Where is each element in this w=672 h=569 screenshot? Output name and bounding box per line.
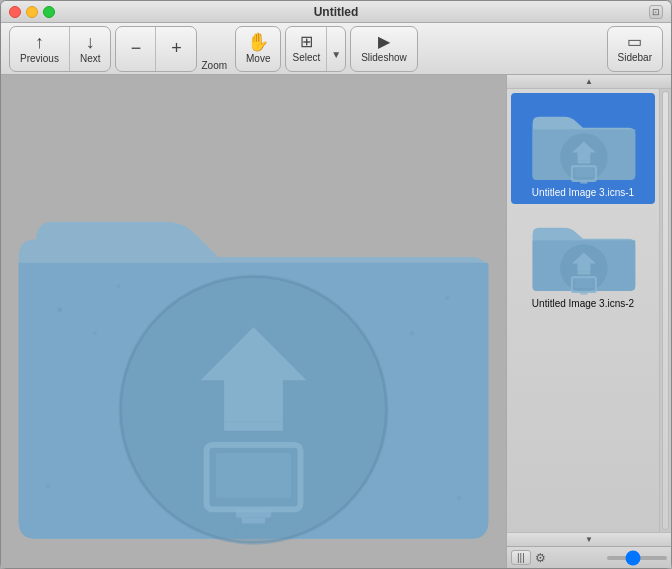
svg-rect-15 — [242, 518, 265, 524]
sidebar-list: Untitled Image 3.icns-1 — [507, 89, 659, 532]
svg-rect-20 — [575, 168, 593, 177]
zoom-out-button[interactable]: − — [116, 27, 156, 71]
titlebar: Untitled ⊡ — [1, 1, 671, 23]
scrollbar-thumb[interactable] — [662, 91, 669, 530]
slideshow-group: ▶ Slideshow — [350, 26, 418, 72]
svg-point-2 — [117, 285, 121, 289]
svg-rect-21 — [580, 181, 587, 184]
move-label: Move — [246, 53, 270, 64]
sidebar-item-2-label: Untitled Image 3.icns-2 — [532, 298, 634, 309]
svg-point-4 — [446, 296, 450, 300]
sidebar-bottom-bar: ||| ⚙ — [507, 546, 671, 568]
folder-thumbnail-2 — [528, 210, 638, 295]
sidebar-label: Sidebar — [618, 52, 652, 63]
move-button[interactable]: ✋ Move — [236, 27, 280, 71]
svg-point-3 — [410, 331, 415, 336]
sidebar-columns-button[interactable]: ||| — [511, 550, 531, 565]
chevron-down-icon: ▼ — [331, 49, 341, 60]
sidebar-button[interactable]: ▭ Sidebar — [608, 27, 662, 71]
arrow-down-icon: ↓ — [86, 33, 95, 51]
svg-rect-14 — [236, 509, 271, 517]
folder-thumbnail-1 — [528, 99, 638, 184]
scroll-down-button[interactable]: ▼ — [507, 532, 671, 546]
traffic-lights — [9, 6, 55, 18]
main-area: ▲ — [1, 75, 671, 568]
svg-rect-13 — [216, 453, 291, 498]
move-group: ✋ Move — [235, 26, 281, 72]
sidebar-group: ▭ Sidebar — [607, 26, 663, 72]
next-label: Next — [80, 53, 101, 64]
play-icon: ▶ — [378, 34, 390, 50]
select-group: ⊞ Select ▼ — [285, 26, 346, 72]
sidebar-icon: ▭ — [627, 34, 642, 50]
select-label: Select — [292, 52, 320, 63]
resize-button[interactable]: ⊡ — [649, 5, 663, 19]
close-button[interactable] — [9, 6, 21, 18]
folder-preview-image — [1, 75, 506, 568]
zoom-slider[interactable] — [607, 556, 667, 560]
preview-area — [1, 75, 506, 568]
zoom-label: Zoom — [201, 60, 227, 71]
slideshow-label: Slideshow — [361, 52, 407, 63]
hand-icon: ✋ — [247, 33, 269, 51]
select-dropdown-button[interactable]: ▼ — [327, 27, 345, 71]
svg-point-5 — [46, 484, 51, 489]
sidebar-panel: ▲ — [506, 75, 671, 568]
scroll-up-button[interactable]: ▲ — [507, 75, 671, 89]
nav-group: ↑ Previous ↓ Next — [9, 26, 111, 72]
svg-rect-26 — [575, 279, 593, 288]
next-button[interactable]: ↓ Next — [70, 27, 111, 71]
scrollbar-track — [659, 89, 671, 532]
sidebar-item-1[interactable]: Untitled Image 3.icns-1 — [511, 93, 655, 204]
sidebar-item-1-label: Untitled Image 3.icns-1 — [532, 187, 634, 198]
plus-icon: + — [171, 39, 182, 57]
sidebar-item-2[interactable]: Untitled Image 3.icns-2 — [511, 204, 655, 315]
minus-icon: − — [131, 39, 142, 57]
sidebar-gear-button[interactable]: ⚙ — [535, 551, 546, 565]
arrow-up-icon: ↑ — [35, 33, 44, 51]
svg-rect-11 — [224, 421, 283, 430]
select-button[interactable]: ⊞ Select — [286, 27, 327, 71]
select-icon: ⊞ — [300, 34, 313, 50]
svg-rect-24 — [578, 272, 591, 275]
svg-rect-18 — [578, 161, 591, 164]
maximize-button[interactable] — [43, 6, 55, 18]
zoom-in-button[interactable]: + — [156, 27, 196, 71]
zoom-group: − + — [115, 26, 197, 72]
svg-point-1 — [93, 331, 97, 335]
window-title: Untitled — [314, 5, 359, 19]
slideshow-button[interactable]: ▶ Slideshow — [351, 27, 417, 71]
previous-button[interactable]: ↑ Previous — [10, 27, 70, 71]
svg-point-6 — [457, 495, 462, 500]
svg-rect-27 — [580, 292, 587, 295]
zoom-slider-container — [607, 556, 667, 560]
toolbar: ↑ Previous ↓ Next − + Zoom ✋ Move — [1, 23, 671, 75]
minimize-button[interactable] — [26, 6, 38, 18]
main-window: Untitled ⊡ ↑ Previous ↓ Next − + Zoom — [0, 0, 672, 569]
sidebar-content: Untitled Image 3.icns-1 — [507, 89, 671, 532]
svg-point-0 — [57, 307, 62, 312]
previous-label: Previous — [20, 53, 59, 64]
